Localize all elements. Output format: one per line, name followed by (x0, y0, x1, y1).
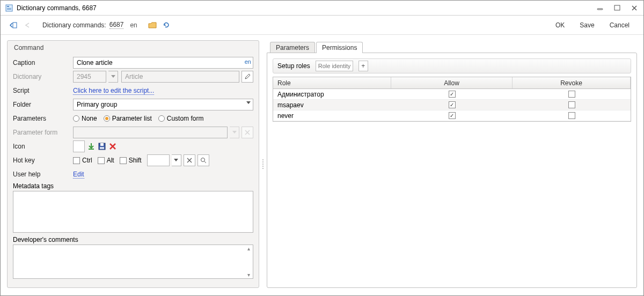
svg-rect-4 (597, 9, 603, 10)
svg-rect-1 (7, 6, 9, 7)
shift-checkbox[interactable] (120, 157, 127, 164)
app-icon (5, 4, 13, 12)
role-identity-input[interactable] (316, 61, 353, 71)
setup-roles-bar: Setup roles + (273, 58, 631, 73)
col-allow-header[interactable]: Allow (391, 77, 513, 88)
devcomments-scrollbar[interactable]: ▴▾ (245, 246, 252, 278)
svg-rect-9 (100, 143, 104, 146)
collapse-nav-icon[interactable] (9, 21, 18, 29)
hotkey-dropdown[interactable] (172, 154, 181, 166)
icon-label: Icon (13, 143, 73, 150)
hotkey-clear-button[interactable] (184, 154, 195, 166)
allow-checkbox[interactable] (449, 112, 456, 119)
table-row[interactable]: msapaev (273, 100, 631, 110)
hotkey-label: Hot key (13, 157, 73, 164)
back-icon[interactable] (23, 21, 32, 29)
folder-icon[interactable] (148, 21, 157, 29)
table-row[interactable]: Администратор (273, 89, 631, 100)
table-row[interactable]: never (273, 110, 631, 121)
role-cell: Администратор (273, 89, 391, 99)
revoke-checkbox[interactable] (568, 91, 575, 98)
param-form-label: Parameter form (13, 129, 73, 136)
parameters-label: Parameters (13, 115, 73, 122)
save-button[interactable]: Save (580, 21, 594, 29)
svg-rect-2 (7, 8, 11, 9)
content-area: Command Caption en Dictionary (1, 35, 643, 295)
role-cell: never (273, 110, 391, 121)
command-panel: Command Caption en Dictionary (7, 40, 259, 288)
minimize-button[interactable] (595, 4, 605, 12)
caption-input[interactable] (73, 57, 253, 69)
dictionary-label: Dictionary (13, 73, 73, 80)
tab-bar: Parameters Permissions (267, 40, 637, 53)
ctrl-checkbox[interactable] (73, 157, 80, 164)
col-role-header[interactable]: Role (273, 77, 391, 88)
devcomments-label: Developer's comments (13, 236, 253, 243)
script-label: Script (13, 87, 73, 94)
delete-icon[interactable] (108, 142, 117, 151)
panel-title: Command (13, 44, 253, 51)
col-revoke-header[interactable]: Revoke (513, 77, 631, 88)
allow-cell (391, 110, 513, 121)
svg-rect-5 (614, 5, 620, 10)
download-icon[interactable] (87, 142, 96, 151)
allow-checkbox[interactable] (449, 101, 456, 108)
panel-splitter[interactable] (261, 40, 265, 288)
icon-preview (73, 140, 85, 152)
folder-label: Folder (13, 101, 73, 108)
breadcrumb-id[interactable]: 6687 (109, 21, 124, 29)
alt-label: Alt (107, 157, 114, 164)
userhelp-edit-link[interactable]: Edit (73, 171, 84, 179)
svg-rect-3 (7, 9, 11, 10)
tab-parameters[interactable]: Parameters (270, 42, 315, 53)
permissions-tab-body: Setup roles + Role Allow Revoke Админист… (267, 53, 637, 288)
userhelp-label: User help (13, 171, 73, 178)
ctrl-label: Ctrl (82, 157, 92, 164)
window-title: Dictionary commands, 6687 (17, 4, 595, 12)
folder-value: Primary group (77, 101, 117, 108)
svg-point-11 (201, 158, 204, 162)
app-window: Dictionary commands, 6687 Dictionary com… (0, 0, 644, 296)
breadcrumb-entity: Dictionary commands: (42, 21, 106, 29)
param-form-input (73, 127, 228, 138)
param-none-radio[interactable]: None (73, 115, 97, 122)
edit-script-link[interactable]: Click here to edit the script... (73, 87, 154, 95)
revoke-cell (513, 110, 631, 121)
allow-checkbox[interactable] (449, 91, 456, 98)
metadata-textarea[interactable] (13, 191, 253, 233)
roles-grid: Role Allow Revoke Администраторmsapaevne… (273, 77, 631, 122)
caption-label: Caption (13, 59, 73, 66)
revoke-checkbox[interactable] (568, 112, 575, 119)
caption-lang-badge[interactable]: en (245, 58, 251, 65)
dictionary-id-input (73, 71, 106, 83)
dictionary-name-input (121, 71, 239, 83)
alt-checkbox[interactable] (98, 157, 105, 164)
cancel-button[interactable]: Cancel (610, 21, 630, 29)
tab-permissions[interactable]: Permissions (316, 42, 363, 53)
dictionary-edit-button[interactable] (241, 71, 253, 83)
hotkey-lookup-button[interactable] (197, 154, 209, 166)
param-form-dropdown (230, 127, 239, 138)
ok-button[interactable]: OK (555, 21, 565, 29)
allow-cell (391, 89, 513, 99)
breadcrumb: Dictionary commands: 6687 en (42, 21, 137, 29)
right-panel: Parameters Permissions Setup roles + Rol… (267, 40, 637, 288)
add-role-button[interactable]: + (358, 61, 368, 71)
breadcrumb-lang: en (130, 21, 137, 29)
revoke-cell (513, 100, 631, 110)
folder-select[interactable]: Primary group (73, 99, 253, 110)
maximize-button[interactable] (612, 4, 622, 12)
titlebar: Dictionary commands, 6687 (1, 1, 643, 16)
refresh-icon[interactable] (162, 21, 171, 29)
revoke-checkbox[interactable] (568, 101, 575, 108)
save-icon[interactable] (98, 142, 106, 151)
dictionary-id-dropdown[interactable] (108, 71, 118, 83)
allow-cell (391, 100, 513, 110)
devcomments-textarea[interactable] (13, 245, 253, 279)
param-list-radio[interactable]: Parameter list (104, 115, 152, 122)
hotkey-key-input[interactable] (147, 154, 170, 166)
role-cell: msapaev (273, 100, 391, 110)
close-button[interactable] (630, 4, 639, 12)
param-custom-radio[interactable]: Custom form (158, 115, 204, 122)
svg-rect-6 (13, 23, 17, 28)
